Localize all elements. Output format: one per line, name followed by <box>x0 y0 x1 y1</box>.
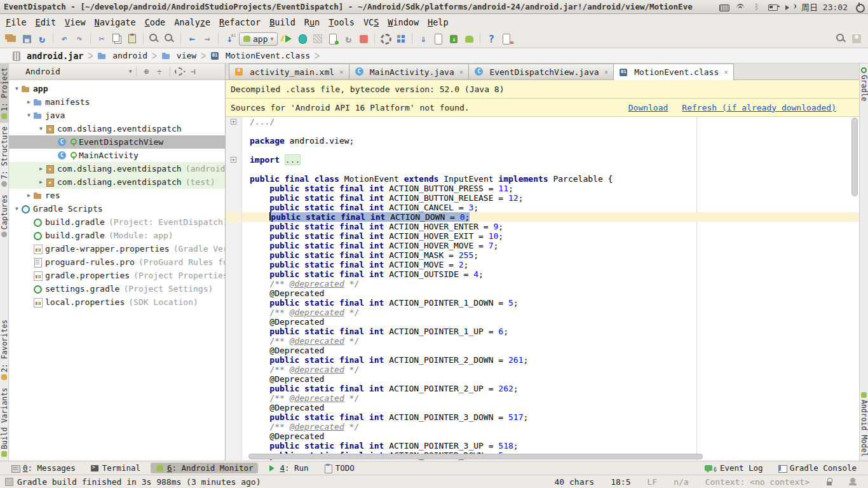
breadcrumb-item-view[interactable]: view <box>159 51 199 60</box>
android-monitor-icon[interactable] <box>462 32 476 46</box>
expand-arrow-icon[interactable]: ▶ <box>25 99 33 105</box>
cut-icon[interactable] <box>95 32 109 46</box>
sdk-update-icon[interactable] <box>447 32 461 46</box>
tree-row-java[interactable]: ▼java <box>9 109 225 122</box>
breadcrumb-item-android.jar[interactable]: android.jar <box>9 51 86 61</box>
tree-row-MainActivity[interactable]: MainActivity <box>9 149 225 162</box>
rerun-icon[interactable] <box>341 32 355 46</box>
back-icon[interactable] <box>185 32 199 46</box>
attach-debugger-icon[interactable] <box>326 32 340 46</box>
tree-row-com.dsliang.eventdispatch[interactable]: ▶com.dsliang.eventdispatch(androidTest) <box>9 162 225 175</box>
tool-strip-2-favorites[interactable]: 2: Favorites <box>0 316 9 384</box>
close-tab-icon[interactable]: × <box>724 68 728 76</box>
coverage-icon[interactable] <box>311 32 325 46</box>
tree-row-com.dsliang.eventdispatch[interactable]: ▶com.dsliang.eventdispatch(test) <box>9 175 225 189</box>
menu-analyze[interactable]: Analyze <box>170 16 215 29</box>
project-view-selector[interactable]: Android <box>25 67 60 76</box>
device-monitor-icon[interactable] <box>499 32 513 46</box>
clock[interactable]: 周日 23:02 <box>801 1 848 13</box>
tree-row-Gradle Scripts[interactable]: ▼Gradle Scripts <box>9 202 225 215</box>
code-area[interactable]: +/.../package android.view;+import ...pu… <box>226 117 859 461</box>
toolwindow-terminal[interactable]: Terminal <box>86 463 146 473</box>
menu-vcs[interactable]: VCS <box>359 16 383 29</box>
selector-dropdown-icon[interactable]: ▼ <box>129 69 132 74</box>
toolwindow-6-android-monitor[interactable]: 6: Android Monitor <box>151 463 258 473</box>
menu-tools[interactable]: Tools <box>324 16 359 29</box>
collapse-all-icon[interactable]: ÷ <box>153 65 166 78</box>
tree-row-local.properties[interactable]: local.properties(SDK Location) <box>9 295 225 309</box>
status-context[interactable]: Context: <no context> <box>705 477 810 487</box>
fold-marker-icon[interactable]: + <box>231 157 236 163</box>
toolwindow-event-log[interactable]: 6Event Log <box>700 463 768 473</box>
toolwindow-gradle-console[interactable]: Gradle Console <box>773 463 862 473</box>
breadcrumb-item-android[interactable]: android <box>95 51 150 60</box>
avatar[interactable] <box>850 32 864 46</box>
expand-arrow-icon[interactable]: ▼ <box>13 86 21 92</box>
run-icon[interactable] <box>280 32 294 46</box>
bluetooth-icon[interactable] <box>752 3 762 11</box>
lock-icon[interactable] <box>826 478 832 485</box>
banner-link-download[interactable]: Download <box>628 103 668 112</box>
inspections-hector-icon[interactable] <box>849 478 857 485</box>
menu-help[interactable]: Help <box>423 16 453 29</box>
tree-row-EventDispatchView[interactable]: EventDispatchView <box>9 135 225 149</box>
expand-arrow-icon[interactable]: ▼ <box>37 126 45 132</box>
menu-edit[interactable]: Edit <box>31 16 61 29</box>
menu-build[interactable]: Build <box>265 16 300 29</box>
expand-arrow-icon[interactable]: ▶ <box>37 166 45 172</box>
battery-icon[interactable] <box>768 3 778 11</box>
tree-row-com.dsliang.eventdispatch[interactable]: ▼com.dsliang.eventdispatch <box>9 122 225 135</box>
status-lf[interactable]: LF <box>647 477 657 487</box>
debug-icon[interactable] <box>295 32 309 46</box>
expand-arrow-icon[interactable]: ▶ <box>37 179 45 185</box>
hide-panel-icon[interactable]: ⊣ <box>187 65 200 78</box>
tree-row-app[interactable]: ▼app <box>9 82 225 95</box>
menu-view[interactable]: View <box>60 16 90 29</box>
tab-MainActivity.java[interactable]: MainActivity.java× <box>349 64 470 79</box>
tree-row-gradle-wrapper.properties[interactable]: gradle-wrapper.properties(Gradle Version… <box>9 242 225 255</box>
close-tab-icon[interactable]: × <box>604 68 609 76</box>
toolwindow-todo[interactable]: TODO <box>319 463 360 473</box>
tool-strip-gradle[interactable]: Gradle <box>860 64 868 105</box>
tool-strip-1-project[interactable]: 1: Project <box>0 64 9 123</box>
toolwindow-switcher-icon[interactable] <box>5 478 13 485</box>
stop-icon[interactable] <box>356 32 370 46</box>
settings-icon[interactable] <box>379 32 393 46</box>
help-icon[interactable] <box>484 32 498 46</box>
menu-file[interactable]: File <box>1 16 31 29</box>
find-icon[interactable] <box>147 32 161 46</box>
paste-icon[interactable] <box>125 32 139 46</box>
menu-navigate[interactable]: Navigate <box>90 16 140 29</box>
avd-manager-icon[interactable] <box>431 32 445 46</box>
panel-settings-icon[interactable] <box>174 65 187 78</box>
open-icon[interactable] <box>4 32 18 46</box>
editor-vertical-scrollbar[interactable] <box>851 118 858 196</box>
toolwindow-4-run[interactable]: 4: Run <box>263 463 313 473</box>
tree-row-manifests[interactable]: ▶manifests <box>9 95 225 109</box>
tree-row-proguard-rules.pro[interactable]: proguard-rules.pro(ProGuard Rules for ap… <box>9 255 225 269</box>
tool-strip-build-variants[interactable]: Build Variants <box>0 384 9 461</box>
volume-icon[interactable] <box>785 3 795 11</box>
menu-run[interactable]: Run <box>300 16 324 29</box>
save-icon[interactable] <box>20 32 34 46</box>
session-menu-icon[interactable] <box>854 3 864 11</box>
close-tab-icon[interactable]: × <box>459 68 464 76</box>
run-config-dropdown[interactable]: app▼ <box>239 32 278 46</box>
breadcrumb-item-MotionEvent.class[interactable]: MotionEvent.class <box>208 51 313 60</box>
close-tab-icon[interactable]: × <box>339 68 344 76</box>
tab-MotionEvent.class[interactable]: MotionEvent.class× <box>613 64 734 80</box>
status-na[interactable]: n/a <box>674 477 688 487</box>
tree-row-build.gradle[interactable]: build.gradle(Project: EventDispatch) <box>9 215 225 229</box>
sync-icon[interactable] <box>35 32 49 46</box>
tree-row-settings.gradle[interactable]: settings.gradle(Project Settings) <box>9 282 225 295</box>
sdk-manager-icon[interactable] <box>416 32 430 46</box>
copy-icon[interactable] <box>110 32 124 46</box>
tab-EventDispatchView.java[interactable]: EventDispatchView.java× <box>468 64 614 79</box>
tab-activity_main.xml[interactable]: activity_main.xml× <box>229 64 349 79</box>
menu-code[interactable]: Code <box>140 16 170 29</box>
editor-horizontal-scrollbar[interactable] <box>248 454 703 459</box>
menu-window[interactable]: Window <box>383 16 423 29</box>
wifi-icon[interactable] <box>735 3 745 11</box>
sort-lines-icon[interactable] <box>222 32 236 46</box>
expand-arrow-icon[interactable]: ▼ <box>13 206 21 212</box>
